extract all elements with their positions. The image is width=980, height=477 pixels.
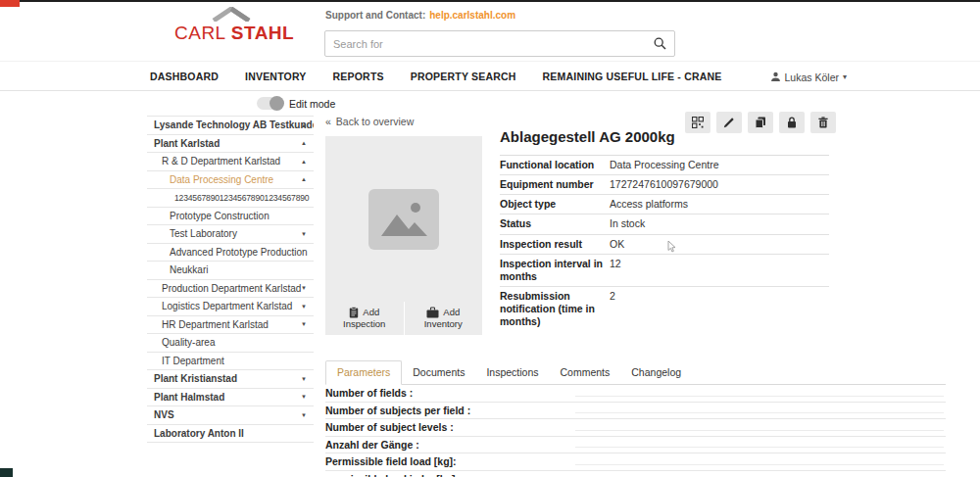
equipment-image-placeholder <box>325 136 482 302</box>
tree-item-label: R & D Department Karlstad <box>162 156 280 167</box>
detail-label: Resubmission notification (time in month… <box>500 290 608 328</box>
sidebar-item-lysande-technology[interactable]: Lysande Technology AB Testkunde <box>147 117 314 135</box>
tab-changelog[interactable]: Changelog <box>620 361 692 384</box>
detail-label: Object type <box>500 198 608 211</box>
chevron-down-icon[interactable] <box>301 394 307 400</box>
add-inventory-label-line1: Add <box>443 307 460 318</box>
sidebar-item-plant-halmstad[interactable]: Plant Halmstad <box>147 389 314 407</box>
support-contact: Support and Contact:help.carlstahl.com <box>325 10 515 21</box>
sidebar-item-logistics-department-karlstad[interactable]: Logistics Department Karlstad <box>147 298 314 316</box>
sidebar-item-data-processing-centre[interactable]: Data Processing Centre <box>147 171 314 190</box>
edit-mode-control: Edit mode <box>257 97 335 110</box>
nav-item-remaining-useful-life[interactable]: REMAINING USEFUL LIFE - CRANE <box>543 71 722 82</box>
parameter-value-field[interactable] <box>575 396 944 397</box>
parameter-label: Number of subjects per field : <box>325 405 470 416</box>
support-link[interactable]: help.carlstahl.com <box>429 10 515 21</box>
sidebar-item-it-department[interactable]: IT Department <box>147 353 314 371</box>
tree-item-label: Advanced Prototype Production <box>170 247 308 258</box>
detail-label: Equipment number <box>500 178 608 191</box>
sidebar-item-laboratory-anton-ii[interactable]: Laboratory Anton II <box>147 425 314 444</box>
detail-value: Data Processing Centre <box>608 159 829 171</box>
roof-chevron-icon <box>212 7 251 22</box>
person-icon <box>770 72 781 82</box>
sidebar-item-numeric-test-location[interactable]: 123456789012345678901234567890 <box>147 189 314 208</box>
tree-item-label: Data Processing Centre <box>170 174 273 185</box>
parameter-row: Permissible field load [kg]: <box>325 453 946 471</box>
chevron-down-icon[interactable] <box>301 231 307 237</box>
search-input[interactable] <box>325 31 645 56</box>
tree-item-label: Plant Karlstad <box>154 138 220 149</box>
user-name: Lukas Köler <box>785 72 839 83</box>
parameter-value-field[interactable] <box>575 447 944 448</box>
sidebar-item-advanced-prototype-production[interactable]: Advanced Prototype Production <box>147 244 314 262</box>
sidebar-item-quality-area[interactable]: Quality-area <box>147 334 314 353</box>
tree-item-label: 123456789012345678901234567890 <box>174 193 309 203</box>
tree-item-label: NVS <box>154 409 174 420</box>
detail-label: Inspection result <box>500 238 608 251</box>
sidebar-item-neukkari[interactable]: Neukkari <box>147 262 314 280</box>
parameter-row: Number of fields : <box>325 385 946 403</box>
tree-item-label: IT Department <box>162 356 224 366</box>
detail-row: Object typeAccess platforms <box>500 195 829 215</box>
nav-item-property-search[interactable]: PROPERTY SEARCH <box>411 71 516 82</box>
detail-value: 1727247610097679000 <box>608 178 829 191</box>
tab-comments[interactable]: Comments <box>550 361 621 384</box>
tree-item-label: HR Department Karlstad <box>162 319 269 330</box>
tab-documents[interactable]: Documents <box>402 361 475 384</box>
chevron-down-icon[interactable] <box>301 304 307 310</box>
detail-row: StatusIn stock <box>500 215 829 234</box>
screenshot-corner-artifact <box>0 468 13 477</box>
sidebar-item-hr-department-karlstad[interactable]: HR Department Karlstad <box>147 316 314 335</box>
add-inventory-label-line2: Inventory <box>424 318 463 330</box>
chevron-down-icon[interactable] <box>301 412 307 418</box>
chevron-up-icon[interactable] <box>301 176 307 182</box>
chevron-down-icon[interactable] <box>301 321 307 327</box>
nav-item-inventory[interactable]: INVENTORY <box>245 71 306 82</box>
logo-word-stahl: STAHL <box>231 23 294 43</box>
detail-value: 12 <box>608 258 829 283</box>
nav-item-reports[interactable]: REPORTS <box>333 71 384 82</box>
parameter-row: Number of subjects per field : <box>325 403 946 420</box>
parameter-label: Permissible field load [kg]: <box>325 455 457 467</box>
toggle-knob <box>270 96 284 111</box>
sidebar-item-nvs[interactable]: NVS <box>147 406 314 425</box>
parameter-row: permissible load in kg [kg]: <box>325 471 946 477</box>
mouse-cursor-icon <box>667 239 676 257</box>
detail-label: Inspection interval in months <box>500 258 608 283</box>
carl-stahl-logo[interactable]: CARL STAHL <box>174 7 284 44</box>
add-inspection-button[interactable]: Add Inspection <box>325 302 404 335</box>
tab-parameters[interactable]: Parameters <box>325 360 402 385</box>
sidebar-item-rd-department-karlstad[interactable]: R & D Department Karlstad <box>147 153 314 171</box>
sidebar-item-prototype-construction[interactable]: Prototype Construction <box>147 208 314 226</box>
back-link-label: Back to overview <box>336 116 414 127</box>
tab-inspections[interactable]: Inspections <box>475 361 549 384</box>
sidebar-item-test-laboratory[interactable]: Test Laboratory <box>147 225 314 244</box>
image-placeholder-icon <box>368 189 439 250</box>
tree-item-label: Plant Halmstad <box>154 392 224 403</box>
add-inventory-button[interactable]: Add Inventory <box>404 302 483 335</box>
search-button[interactable] <box>645 31 674 56</box>
chevron-up-icon[interactable] <box>301 159 307 165</box>
tree-item-label: Lysande Technology AB Testkunde <box>154 119 314 130</box>
user-menu[interactable]: Lukas Köler ▾ <box>770 62 847 92</box>
chevron-down-icon[interactable] <box>301 285 307 291</box>
parameter-value-field[interactable] <box>575 430 944 431</box>
parameter-value-field[interactable] <box>575 412 944 413</box>
chevron-down-icon[interactable] <box>301 376 307 382</box>
recording-indicator <box>0 0 20 7</box>
sidebar-item-plant-kristianstad[interactable]: Plant Kristianstad <box>147 370 314 389</box>
chevron-up-icon[interactable] <box>301 122 307 128</box>
back-to-overview-link[interactable]: «Back to overview <box>325 116 414 127</box>
tree-item-label: Quality-area <box>162 337 215 348</box>
sidebar-item-plant-karlstad[interactable]: Plant Karlstad <box>147 135 314 154</box>
parameter-value-field[interactable] <box>575 464 944 465</box>
sidebar-item-production-department-karlstad[interactable]: Production Department Karlstad <box>147 280 314 299</box>
global-search <box>324 30 675 57</box>
nav-item-dashboard[interactable]: DASHBOARD <box>150 71 219 82</box>
detail-value: Access platforms <box>608 198 829 211</box>
clipboard-icon <box>349 307 359 318</box>
edit-mode-toggle[interactable] <box>257 97 283 110</box>
logo-word-carl: CARL <box>174 23 225 43</box>
detail-tabs: Parameters Documents Inspections Comment… <box>325 361 946 385</box>
chevron-up-icon[interactable] <box>301 140 307 146</box>
